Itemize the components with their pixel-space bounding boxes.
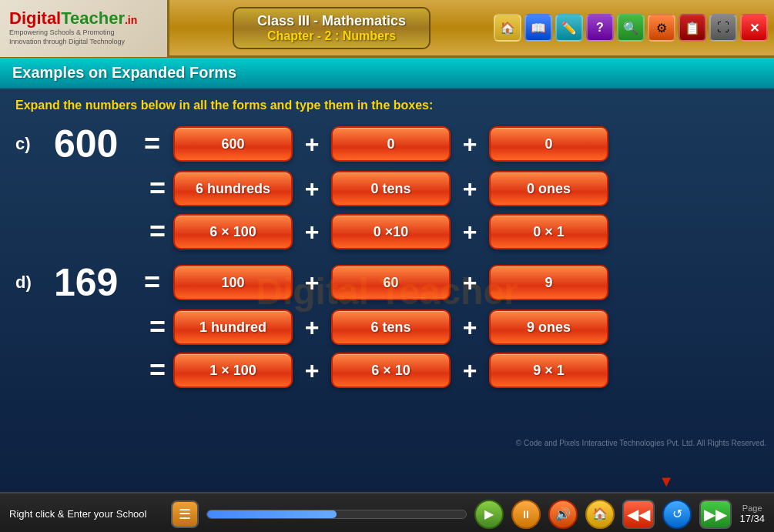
equals-d1: = [131, 266, 173, 299]
problem-c-label: c) [15, 134, 54, 154]
logo-area: DigitalTeacher.in Empowering Schools & P… [0, 0, 169, 57]
header-title-sub: Chapter - 2 : Numbers [257, 29, 406, 43]
progress-bar-fill [207, 510, 337, 518]
value-c1-2[interactable]: 0 [331, 126, 451, 162]
plus-c1-2: + [451, 130, 489, 159]
value-d3-1[interactable]: 1 × 100 [173, 353, 293, 388]
value-c3-3[interactable]: 0 × 1 [489, 214, 608, 249]
logo-subtitle2: Innovation through Digital Technology [9, 38, 158, 47]
scroll-down-arrow: ▼ [658, 473, 674, 490]
value-c1-3[interactable]: 0 [489, 126, 608, 162]
value-c3-2[interactable]: 0 ×10 [331, 214, 451, 249]
value-d1-2[interactable]: 60 [331, 265, 451, 300]
next-button[interactable]: ▶▶ [699, 500, 732, 529]
plus-c3-2: + [451, 218, 489, 246]
problem-d-row1: d) 169 = 100 + 60 + 9 [15, 263, 759, 302]
equals-c1: = [131, 128, 173, 160]
problem-c-row1: c) 600 = 600 + 0 + 0 [15, 125, 759, 163]
logo-subtitle1: Empowering Schools & Promoting [9, 28, 158, 38]
value-d2-1[interactable]: 1 hundred [173, 309, 293, 345]
logo-title: DigitalTeacher.in [9, 8, 158, 28]
logo-suffix: .in [125, 14, 137, 26]
info-header-icon[interactable]: 📋 [679, 14, 706, 42]
header-icons: 🏠 📖 ✏️ ? 🔍 ⚙ 📋 ⛶ ✕ [494, 14, 774, 42]
value-d1-3[interactable]: 9 [489, 265, 608, 300]
problem-c-row2: = 6 hundreds + 0 tens + 0 ones [15, 171, 759, 206]
problem-d-row3: = 1 × 100 + 6 × 10 + 9 × 1 [15, 353, 759, 388]
value-d2-2[interactable]: 6 tens [331, 309, 451, 345]
value-d3-3[interactable]: 9 × 1 [489, 353, 608, 388]
equals-c3: = [15, 216, 173, 248]
value-d2-3[interactable]: 9 ones [489, 309, 608, 345]
page-label: Page [739, 504, 765, 513]
logo-teacher: Teacher [61, 8, 125, 28]
settings-header-icon[interactable]: ⚙ [648, 14, 675, 42]
refresh-button[interactable]: ↺ [662, 500, 692, 529]
section-title: Examples on Expanded Forms [0, 58, 774, 89]
home-button[interactable]: 🏠 [585, 500, 615, 529]
problem-d-row2: = 1 hundred + 6 tens + 9 ones [15, 309, 759, 345]
plus-d2-1: + [293, 313, 331, 342]
equals-c2: = [15, 172, 173, 205]
header-title-main: Class III - Mathematics [257, 13, 406, 29]
plus-d1-2: + [451, 269, 489, 297]
problem-d: d) 169 = 100 + 60 + 9 = 1 hundred + 6 te… [15, 263, 759, 388]
page-info: Page 17/34 [739, 504, 765, 524]
plus-c1-1: + [293, 130, 331, 159]
equals-d2: = [15, 311, 173, 343]
bottom-bar: Right click & Enter your School ☰ ▶ ⏸ 🔊 … [0, 492, 774, 532]
value-c2-1[interactable]: 6 hundreds [173, 171, 293, 206]
copyright-text: © Code and Pixels Interactive Technologi… [516, 439, 766, 447]
page-number: 17/34 [739, 513, 765, 524]
value-d3-2[interactable]: 6 × 10 [331, 353, 451, 388]
play-button[interactable]: ▶ [474, 500, 504, 529]
home-header-icon[interactable]: 🏠 [494, 14, 521, 42]
equals-d3: = [15, 354, 173, 386]
header-title-box: Class III - Mathematics Chapter - 2 : Nu… [233, 7, 431, 49]
expand-header-icon[interactable]: ⛶ [709, 14, 737, 42]
plus-d3-2: + [451, 356, 489, 385]
problem-d-label: d) [15, 273, 54, 293]
header: DigitalTeacher.in Empowering Schools & P… [0, 0, 774, 58]
instruction: Expand the numbers below in all the form… [15, 99, 759, 112]
prev-button[interactable]: ◀◀ [622, 500, 655, 529]
pencil-header-icon[interactable]: ✏️ [555, 14, 583, 42]
close-header-icon[interactable]: ✕ [740, 14, 768, 42]
value-c2-2[interactable]: 0 tens [331, 171, 451, 206]
help-header-icon[interactable]: ? [586, 14, 614, 42]
problem-d-number: 169 [54, 263, 131, 302]
book-header-icon[interactable]: 📖 [524, 14, 552, 42]
volume-button[interactable]: 🔊 [548, 500, 578, 529]
problem-c-row3: = 6 × 100 + 0 ×10 + 0 × 1 [15, 214, 759, 249]
menu-bottom-icon[interactable]: ☰ [171, 500, 199, 528]
main-content: Digital Teacher Expand the numbers below… [0, 89, 774, 492]
value-c3-1[interactable]: 6 × 100 [173, 214, 293, 249]
logo-digital: Digital [9, 8, 61, 28]
plus-c2-1: + [293, 175, 331, 203]
progress-bar-container [206, 510, 467, 519]
header-center: Class III - Mathematics Chapter - 2 : Nu… [169, 4, 494, 52]
problem-c-number: 600 [54, 125, 131, 163]
value-d1-1[interactable]: 100 [173, 265, 293, 300]
search-header-icon[interactable]: 🔍 [617, 14, 645, 42]
plus-d1-1: + [293, 269, 331, 297]
bottom-left-text: Right click & Enter your School [9, 508, 163, 520]
value-c2-3[interactable]: 0 ones [489, 171, 608, 206]
plus-c2-2: + [451, 175, 489, 203]
value-c1-1[interactable]: 600 [173, 126, 293, 162]
plus-c3-1: + [293, 218, 331, 246]
problem-c: c) 600 = 600 + 0 + 0 = 6 hundreds + 0 te… [15, 125, 759, 249]
pause-button[interactable]: ⏸ [511, 500, 541, 529]
plus-d2-2: + [451, 313, 489, 342]
plus-d3-1: + [293, 356, 331, 385]
